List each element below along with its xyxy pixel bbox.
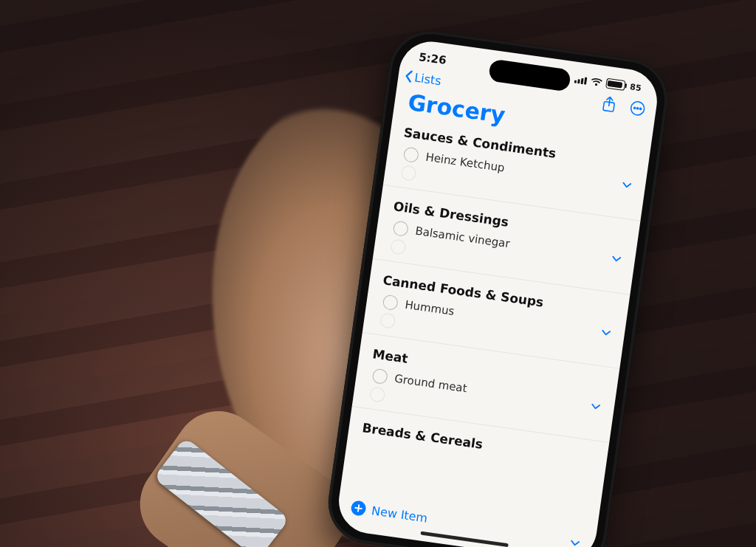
section-header-label: Breads & Cereals [361,420,484,452]
checkbox-circle-icon[interactable] [390,238,407,255]
checkbox-circle-icon[interactable] [379,312,396,329]
checkbox-circle-icon[interactable] [403,146,420,163]
item-label: Hummus [404,298,455,318]
new-item-label: New Item [371,503,428,525]
battery-icon [605,78,626,91]
checkbox-circle-icon[interactable] [371,368,388,385]
battery-percent: 85 [629,82,642,93]
chevron-down-icon [569,539,580,547]
disclosure-button[interactable] [611,251,623,266]
chevron-down-icon [611,255,622,264]
disclosure-button[interactable] [590,399,602,414]
checkbox-circle-icon[interactable] [382,294,399,311]
back-label: Lists [413,70,442,88]
chevron-down-icon [600,328,611,337]
svg-rect-1 [577,79,580,83]
checkbox-circle-icon[interactable] [393,220,410,237]
back-button[interactable]: Lists [403,69,441,88]
svg-rect-0 [574,80,577,83]
status-time: 5:26 [418,50,447,67]
svg-rect-2 [580,78,583,83]
chevron-down-icon [621,181,632,190]
status-icons: 85 [574,74,642,94]
plus-circle-icon: + [350,500,367,517]
cellular-icon [574,75,587,84]
svg-point-4 [595,83,598,86]
svg-point-8 [637,108,639,109]
svg-point-7 [634,107,636,109]
chevron-down-icon [590,402,601,411]
reminders-list[interactable]: Sauces & Condiments Heinz Ketchup Oil [340,119,650,527]
chevron-left-icon [403,69,413,83]
disclosure-button[interactable] [600,325,613,340]
section-header-label: Meat [372,346,409,365]
screen: 5:26 85 Lists Grocery [334,38,661,547]
svg-point-9 [639,108,641,109]
checkbox-circle-icon[interactable] [400,165,417,182]
disclosure-button[interactable] [569,535,582,547]
share-icon[interactable] [601,95,618,114]
checkbox-circle-icon[interactable] [369,386,386,403]
more-icon[interactable] [628,99,647,117]
wifi-icon [590,77,602,86]
disclosure-button[interactable] [621,177,633,193]
svg-rect-3 [584,77,587,84]
